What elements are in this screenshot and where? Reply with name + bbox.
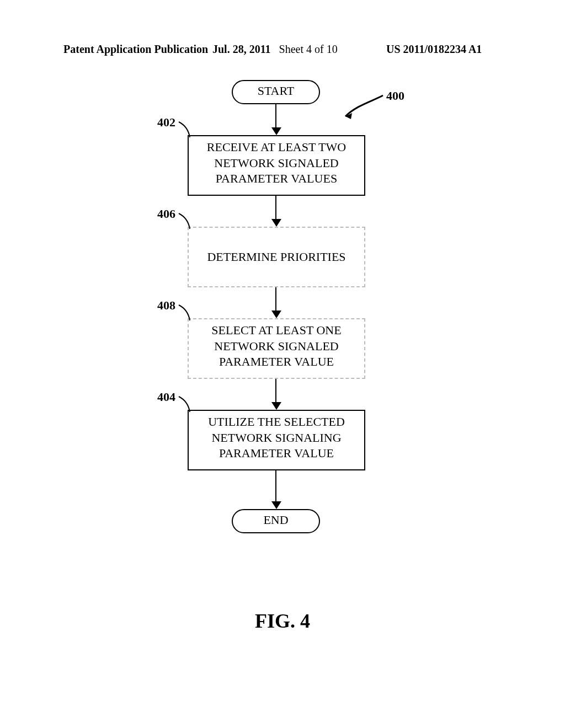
ref-400: 400 — [386, 89, 404, 103]
ref-408: 408 — [157, 298, 175, 313]
flowchart: START RECEIVE AT LEAST TWO NETWORK SIGNA… — [0, 80, 565, 593]
box-406-text: DETERMINE PRIORITIES — [207, 249, 345, 265]
arrow-head-icon — [271, 501, 281, 509]
ref-404: 404 — [157, 390, 175, 404]
header-mid: Jul. 28, 2011 Sheet 4 of 10 — [212, 43, 338, 56]
box-408: SELECT AT LEAST ONE NETWORK SIGNALED PAR… — [188, 318, 365, 379]
arrow-head-icon — [271, 402, 281, 410]
terminator-end: END — [232, 509, 320, 533]
terminator-start-label: START — [258, 84, 295, 98]
terminator-end-label: END — [263, 513, 288, 527]
header-left: Patent Application Publication — [63, 43, 208, 56]
header-pubno: US 2011/0182234 A1 — [386, 43, 482, 56]
arrow-start-to-402 — [275, 104, 276, 129]
header-sheet: Sheet 4 of 10 — [279, 43, 338, 55]
box-402: RECEIVE AT LEAST TWO NETWORK SIGNALED PA… — [188, 135, 365, 196]
box-404: UTILIZE THE SELECTED NETWORK SIGNALING P… — [188, 410, 365, 470]
arrow-head-icon — [271, 219, 281, 227]
arrow-head-icon — [271, 311, 281, 318]
ref-404-leader — [177, 395, 199, 417]
ref-406-leader — [177, 212, 199, 234]
arrow-402-to-406 — [275, 196, 276, 220]
ref-406: 406 — [157, 207, 175, 221]
arrow-406-to-408 — [275, 287, 276, 312]
arrow-404-to-end — [275, 470, 276, 502]
ref-408-leader — [177, 304, 199, 326]
figure-caption: FIG. 4 — [0, 609, 565, 633]
ref-402-leader — [177, 121, 199, 143]
terminator-start: START — [232, 80, 320, 104]
box-402-text: RECEIVE AT LEAST TWO NETWORK SIGNALED PA… — [207, 140, 346, 185]
ref-400-arrow-icon — [340, 94, 384, 119]
header-date: Jul. 28, 2011 — [212, 43, 271, 55]
box-408-text: SELECT AT LEAST ONE NETWORK SIGNALED PAR… — [211, 323, 341, 368]
box-406: DETERMINE PRIORITIES — [188, 227, 365, 287]
arrow-408-to-404 — [275, 379, 276, 403]
arrow-head-icon — [271, 127, 281, 135]
ref-402: 402 — [157, 115, 175, 130]
box-404-text: UTILIZE THE SELECTED NETWORK SIGNALING P… — [208, 415, 345, 460]
